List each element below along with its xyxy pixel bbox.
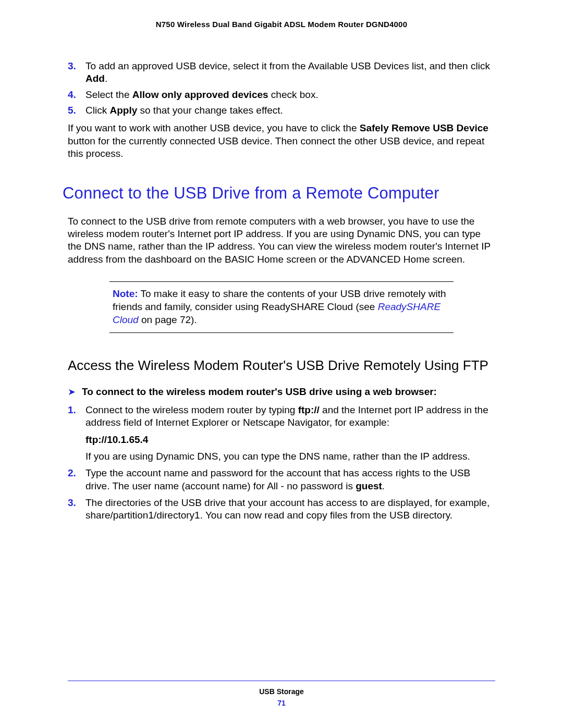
step-text: Connect to the wireless modem router by … (85, 404, 495, 463)
procedure-lead: ➤ To connect to the wireless modem route… (68, 386, 495, 399)
document-page: N750 Wireless Dual Band Gigabit ADSL Mod… (0, 0, 563, 728)
text: Select the (85, 89, 132, 100)
paragraph-intro: To connect to the USB drive from remote … (68, 215, 495, 266)
step-text: To add an approved USB device, select it… (85, 60, 495, 85)
procedure-steps: 1. Connect to the wireless modem router … (68, 404, 495, 522)
note-block: Note: To make it easy to share the conte… (109, 281, 454, 333)
step-5: 5. Click Apply so that your change takes… (68, 104, 495, 117)
ui-label-guest: guest (356, 480, 382, 491)
heading-connect-usb-remote: Connect to the USB Drive from a Remote C… (63, 183, 495, 204)
text: To add an approved USB device, select it… (85, 60, 490, 71)
note-rule-bottom (109, 332, 454, 333)
page-footer: USB Storage 71 (68, 681, 495, 707)
footer-rule (68, 681, 495, 681)
step-text: Select the Allow only approved devices c… (85, 89, 495, 101)
document-body: 3. To add an approved USB device, select… (68, 60, 495, 522)
proc-step-2: 2. Type the account name and password fo… (68, 467, 495, 492)
ui-label-apply: Apply (109, 105, 137, 116)
step-text: Click Apply so that your change takes ef… (85, 104, 495, 117)
step-4: 4. Select the Allow only approved device… (68, 89, 495, 101)
text: . (382, 480, 385, 491)
step-number: 3. (68, 60, 85, 85)
proc-step-3: 3. The directories of the USB drive that… (68, 497, 495, 522)
proc-step-1: 1. Connect to the wireless modem router … (68, 404, 495, 463)
step-number: 3. (68, 497, 85, 522)
step-number: 5. (68, 104, 85, 117)
arrow-icon: ➤ (68, 386, 76, 399)
heading-access-ftp: Access the Wireless Modem Router's USB D… (68, 357, 495, 374)
text: Type the account name and password for t… (85, 467, 470, 491)
step-number: 1. (68, 404, 85, 463)
ui-label-safely-remove: Safely Remove USB Device (360, 122, 488, 133)
document-header: N750 Wireless Dual Band Gigabit ADSL Mod… (68, 20, 495, 29)
procedure-title: To connect to the wireless modem router'… (82, 386, 437, 398)
text: check box. (268, 89, 319, 100)
text: Connect to the wireless modem router by … (85, 404, 298, 415)
footer-section-title: USB Storage (68, 687, 495, 696)
note-body: Note: To make it easy to share the conte… (109, 282, 454, 332)
text: Click (85, 105, 109, 116)
paragraph-safely-remove: If you want to work with another USB dev… (68, 122, 495, 160)
step-text: The directories of the USB drive that yo… (85, 497, 495, 522)
text: If you want to work with another USB dev… (68, 122, 360, 133)
footer-page-number: 71 (68, 699, 495, 707)
ui-label-add: Add (85, 73, 105, 84)
step-number: 2. (68, 467, 85, 492)
text: . (105, 73, 107, 84)
text: button for the currently connected USB d… (68, 135, 484, 159)
step-3: 3. To add an approved USB device, select… (68, 60, 495, 85)
ftp-url-example: ftp://10.1.65.4 (85, 434, 495, 446)
note-label: Note: (113, 288, 138, 299)
text: on page 72). (139, 314, 197, 325)
ui-label-allow-approved: Allow only approved devices (132, 89, 268, 100)
step-number: 4. (68, 89, 85, 101)
text: If you are using Dynamic DNS, you can ty… (85, 450, 495, 463)
step-text: Type the account name and password for t… (85, 467, 495, 492)
ftp-scheme: ftp:// (298, 404, 320, 415)
text: so that your change takes effect. (137, 105, 283, 116)
